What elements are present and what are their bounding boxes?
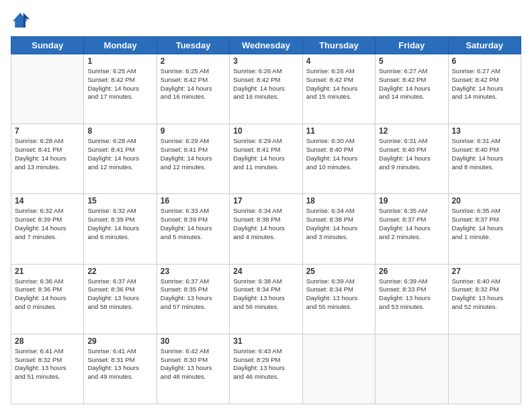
calendar-cell: 15Sunrise: 6:32 AM Sunset: 8:39 PM Dayli… bbox=[84, 194, 157, 264]
cell-info: Sunrise: 6:32 AM Sunset: 8:39 PM Dayligh… bbox=[15, 207, 80, 241]
day-number: 31 bbox=[233, 336, 298, 346]
calendar-week-row: 28Sunrise: 6:41 AM Sunset: 8:32 PM Dayli… bbox=[11, 334, 521, 404]
logo bbox=[11, 11, 32, 30]
cell-info: Sunrise: 6:43 AM Sunset: 8:29 PM Dayligh… bbox=[233, 347, 298, 381]
cell-info: Sunrise: 6:27 AM Sunset: 8:42 PM Dayligh… bbox=[452, 67, 517, 101]
cell-info: Sunrise: 6:28 AM Sunset: 8:41 PM Dayligh… bbox=[87, 137, 152, 171]
calendar-cell: 1Sunrise: 6:25 AM Sunset: 8:42 PM Daylig… bbox=[84, 54, 157, 124]
calendar-cell: 3Sunrise: 6:26 AM Sunset: 8:42 PM Daylig… bbox=[230, 54, 302, 124]
cell-info: Sunrise: 6:34 AM Sunset: 8:38 PM Dayligh… bbox=[306, 207, 371, 241]
calendar-cell bbox=[302, 334, 375, 404]
cell-info: Sunrise: 6:40 AM Sunset: 8:32 PM Dayligh… bbox=[452, 277, 517, 312]
generalblue-logo-icon bbox=[11, 11, 30, 30]
calendar-cell: 12Sunrise: 6:31 AM Sunset: 8:40 PM Dayli… bbox=[375, 124, 448, 194]
calendar-cell bbox=[375, 334, 448, 404]
day-number: 23 bbox=[161, 267, 226, 276]
day-number: 8 bbox=[87, 126, 152, 136]
cell-info: Sunrise: 6:25 AM Sunset: 8:42 PM Dayligh… bbox=[87, 67, 152, 101]
day-number: 1 bbox=[87, 56, 152, 66]
day-number: 19 bbox=[379, 196, 444, 205]
calendar-week-row: 21Sunrise: 6:36 AM Sunset: 8:36 PM Dayli… bbox=[11, 264, 521, 334]
calendar-cell: 11Sunrise: 6:30 AM Sunset: 8:40 PM Dayli… bbox=[302, 124, 375, 194]
calendar-cell: 26Sunrise: 6:39 AM Sunset: 8:33 PM Dayli… bbox=[375, 264, 448, 334]
cell-info: Sunrise: 6:42 AM Sunset: 8:30 PM Dayligh… bbox=[161, 347, 226, 381]
calendar-cell: 20Sunrise: 6:35 AM Sunset: 8:37 PM Dayli… bbox=[448, 194, 521, 264]
cell-info: Sunrise: 6:33 AM Sunset: 8:39 PM Dayligh… bbox=[161, 207, 226, 241]
calendar-cell: 23Sunrise: 6:37 AM Sunset: 8:35 PM Dayli… bbox=[157, 264, 229, 334]
calendar-cell bbox=[448, 334, 521, 404]
calendar-week-row: 7Sunrise: 6:28 AM Sunset: 8:41 PM Daylig… bbox=[11, 124, 521, 194]
calendar-body: 1Sunrise: 6:25 AM Sunset: 8:42 PM Daylig… bbox=[11, 54, 521, 404]
calendar-cell: 5Sunrise: 6:27 AM Sunset: 8:42 PM Daylig… bbox=[375, 54, 448, 124]
header bbox=[11, 11, 521, 30]
day-number: 11 bbox=[306, 126, 371, 136]
calendar-cell: 30Sunrise: 6:42 AM Sunset: 8:30 PM Dayli… bbox=[157, 334, 229, 404]
cell-info: Sunrise: 6:34 AM Sunset: 8:38 PM Dayligh… bbox=[233, 207, 298, 241]
day-number: 21 bbox=[15, 267, 80, 276]
day-number: 27 bbox=[452, 267, 517, 276]
day-number: 28 bbox=[15, 336, 80, 346]
day-number: 26 bbox=[379, 267, 444, 276]
calendar-cell: 6Sunrise: 6:27 AM Sunset: 8:42 PM Daylig… bbox=[448, 54, 521, 124]
calendar-cell: 9Sunrise: 6:29 AM Sunset: 8:41 PM Daylig… bbox=[157, 124, 229, 194]
day-number: 3 bbox=[233, 56, 298, 66]
day-header-wednesday: Wednesday bbox=[230, 37, 302, 54]
day-number: 30 bbox=[161, 336, 226, 346]
calendar-header: SundayMondayTuesdayWednesdayThursdayFrid… bbox=[11, 37, 521, 54]
day-number: 6 bbox=[452, 56, 517, 66]
cell-info: Sunrise: 6:41 AM Sunset: 8:31 PM Dayligh… bbox=[87, 347, 152, 381]
day-number: 24 bbox=[233, 267, 298, 276]
calendar-cell: 19Sunrise: 6:35 AM Sunset: 8:37 PM Dayli… bbox=[375, 194, 448, 264]
day-number: 25 bbox=[306, 267, 371, 276]
cell-info: Sunrise: 6:31 AM Sunset: 8:40 PM Dayligh… bbox=[452, 137, 517, 171]
cell-info: Sunrise: 6:35 AM Sunset: 8:37 PM Dayligh… bbox=[452, 207, 517, 241]
cell-info: Sunrise: 6:35 AM Sunset: 8:37 PM Dayligh… bbox=[379, 207, 444, 241]
cell-info: Sunrise: 6:39 AM Sunset: 8:34 PM Dayligh… bbox=[306, 277, 371, 312]
calendar-cell: 21Sunrise: 6:36 AM Sunset: 8:36 PM Dayli… bbox=[11, 264, 84, 334]
day-number: 9 bbox=[161, 126, 226, 136]
calendar-cell: 22Sunrise: 6:37 AM Sunset: 8:36 PM Dayli… bbox=[84, 264, 157, 334]
day-number: 13 bbox=[452, 126, 517, 136]
day-number: 18 bbox=[306, 196, 371, 205]
day-header-friday: Friday bbox=[375, 37, 448, 54]
calendar-cell: 10Sunrise: 6:29 AM Sunset: 8:41 PM Dayli… bbox=[230, 124, 302, 194]
cell-info: Sunrise: 6:41 AM Sunset: 8:32 PM Dayligh… bbox=[15, 347, 80, 381]
cell-info: Sunrise: 6:39 AM Sunset: 8:33 PM Dayligh… bbox=[379, 277, 444, 312]
day-header-saturday: Saturday bbox=[448, 37, 521, 54]
calendar-table: SundayMondayTuesdayWednesdayThursdayFrid… bbox=[11, 36, 521, 404]
calendar-cell: 24Sunrise: 6:38 AM Sunset: 8:34 PM Dayli… bbox=[230, 264, 302, 334]
day-number: 17 bbox=[233, 196, 298, 205]
cell-info: Sunrise: 6:28 AM Sunset: 8:41 PM Dayligh… bbox=[15, 137, 80, 171]
page: SundayMondayTuesdayWednesdayThursdayFrid… bbox=[0, 0, 532, 411]
day-number: 16 bbox=[161, 196, 226, 205]
cell-info: Sunrise: 6:38 AM Sunset: 8:34 PM Dayligh… bbox=[233, 277, 298, 312]
cell-info: Sunrise: 6:31 AM Sunset: 8:40 PM Dayligh… bbox=[379, 137, 444, 171]
day-number: 7 bbox=[15, 126, 80, 136]
cell-info: Sunrise: 6:26 AM Sunset: 8:42 PM Dayligh… bbox=[306, 67, 371, 101]
day-number: 20 bbox=[452, 196, 517, 205]
calendar-header-row: SundayMondayTuesdayWednesdayThursdayFrid… bbox=[11, 37, 521, 54]
cell-info: Sunrise: 6:32 AM Sunset: 8:39 PM Dayligh… bbox=[87, 207, 152, 241]
day-number: 22 bbox=[87, 267, 152, 276]
calendar-week-row: 14Sunrise: 6:32 AM Sunset: 8:39 PM Dayli… bbox=[11, 194, 521, 264]
day-number: 15 bbox=[87, 196, 152, 205]
calendar-cell: 31Sunrise: 6:43 AM Sunset: 8:29 PM Dayli… bbox=[230, 334, 302, 404]
day-header-monday: Monday bbox=[84, 37, 157, 54]
calendar-cell: 18Sunrise: 6:34 AM Sunset: 8:38 PM Dayli… bbox=[302, 194, 375, 264]
day-number: 14 bbox=[15, 196, 80, 205]
cell-info: Sunrise: 6:29 AM Sunset: 8:41 PM Dayligh… bbox=[233, 137, 298, 171]
cell-info: Sunrise: 6:37 AM Sunset: 8:36 PM Dayligh… bbox=[87, 277, 152, 312]
cell-info: Sunrise: 6:30 AM Sunset: 8:40 PM Dayligh… bbox=[306, 137, 371, 171]
calendar-week-row: 1Sunrise: 6:25 AM Sunset: 8:42 PM Daylig… bbox=[11, 54, 521, 124]
calendar-cell: 16Sunrise: 6:33 AM Sunset: 8:39 PM Dayli… bbox=[157, 194, 229, 264]
calendar-cell: 8Sunrise: 6:28 AM Sunset: 8:41 PM Daylig… bbox=[84, 124, 157, 194]
cell-info: Sunrise: 6:37 AM Sunset: 8:35 PM Dayligh… bbox=[161, 277, 226, 312]
calendar-cell: 4Sunrise: 6:26 AM Sunset: 8:42 PM Daylig… bbox=[302, 54, 375, 124]
day-number: 12 bbox=[379, 126, 444, 136]
day-header-sunday: Sunday bbox=[11, 37, 84, 54]
day-number: 2 bbox=[161, 56, 226, 66]
day-number: 10 bbox=[233, 126, 298, 136]
calendar-cell: 17Sunrise: 6:34 AM Sunset: 8:38 PM Dayli… bbox=[230, 194, 302, 264]
cell-info: Sunrise: 6:25 AM Sunset: 8:42 PM Dayligh… bbox=[161, 67, 226, 101]
calendar-cell: 29Sunrise: 6:41 AM Sunset: 8:31 PM Dayli… bbox=[84, 334, 157, 404]
